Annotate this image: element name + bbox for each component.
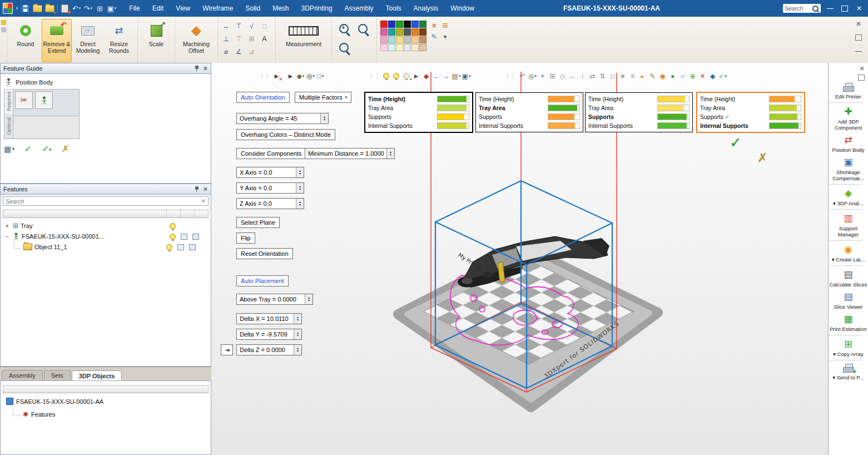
color-swatch[interactable] bbox=[388, 44, 395, 51]
layers-icon[interactable]: ▤▾ bbox=[452, 71, 461, 81]
remove-extend-button[interactable]: Remove & Extend bbox=[42, 19, 72, 62]
fit-view-icon[interactable]: ⊞ bbox=[548, 71, 557, 81]
spinner-arrows[interactable]: ▴▾ bbox=[296, 167, 304, 177]
color-swatch[interactable] bbox=[380, 36, 388, 43]
delta-lock-button[interactable]: ⇥ bbox=[221, 344, 233, 355]
spinner-arrows[interactable]: ▴▾ bbox=[294, 314, 301, 324]
redline-icon[interactable]: ◆ bbox=[421, 71, 431, 81]
orientation-factor-panel-3[interactable]: Time (Height)Tray AreaSupportsInternal S… bbox=[585, 92, 693, 132]
redo-icon[interactable]: ↷▾ bbox=[84, 3, 93, 13]
color-swatch[interactable] bbox=[388, 21, 395, 28]
expander[interactable]: + bbox=[4, 223, 11, 229]
close-icon[interactable]: ✕ bbox=[203, 65, 208, 72]
menu-3dprinting[interactable]: 3DPrinting bbox=[296, 3, 338, 14]
zoom-window-icon[interactable]: ◇ bbox=[558, 71, 567, 81]
sidebar-item-send-to-p[interactable]: ▸▾ Send to P... bbox=[829, 362, 868, 382]
collapse-panel-icon[interactable]: — bbox=[855, 47, 862, 55]
app-logo-icon[interactable] bbox=[3, 3, 13, 14]
float-panel-icon[interactable] bbox=[855, 34, 862, 41]
options-icon[interactable]: ▣▾ bbox=[107, 3, 117, 13]
color-swatch[interactable] bbox=[411, 36, 419, 43]
import-icon[interactable]: ▸ bbox=[45, 3, 54, 13]
features-search-input[interactable]: Search ✕ bbox=[3, 196, 209, 206]
reset-orientation-button[interactable]: Reset Orientation bbox=[236, 248, 293, 259]
color-swatch[interactable] bbox=[404, 36, 411, 43]
assembly-features-row[interactable]: ✱ Features bbox=[13, 409, 55, 419]
close-sidebar-icon[interactable]: ✕ bbox=[860, 65, 865, 72]
cancel-x-icon[interactable]: ✗ bbox=[757, 151, 767, 165]
menu-edit[interactable]: Edit bbox=[147, 3, 169, 14]
open-icon[interactable] bbox=[33, 3, 42, 13]
dim-datum-icon[interactable]: ⊤ bbox=[234, 34, 244, 43]
add-point-icon[interactable]: ⊕ bbox=[688, 71, 697, 81]
color-swatch[interactable] bbox=[411, 44, 419, 51]
marker-yellow-icon[interactable]: ▸ bbox=[638, 71, 647, 81]
minimize-button[interactable]: — bbox=[825, 3, 836, 13]
dim-diameter-icon[interactable]: ⌀ bbox=[221, 47, 231, 56]
tab-sets[interactable]: Sets bbox=[44, 370, 71, 380]
color-swatch[interactable] bbox=[419, 44, 426, 51]
pick-target-icon[interactable]: ◎▾ bbox=[306, 71, 315, 81]
feature-guide-header[interactable]: Feature Guide ✕ bbox=[1, 63, 211, 74]
pin-icon[interactable] bbox=[194, 186, 200, 193]
menu-analysis[interactable]: Analysis bbox=[409, 3, 444, 14]
select-icon[interactable]: ► bbox=[286, 71, 295, 81]
paste-icon[interactable]: ✱ bbox=[61, 3, 70, 13]
line-colors-icon[interactable]: ≡ bbox=[429, 21, 439, 30]
sidebar-item-edit-printer[interactable]: Edit Printer bbox=[829, 81, 868, 101]
color-swatch[interactable] bbox=[380, 21, 388, 28]
pan-horizontal-icon[interactable]: ↔ bbox=[568, 71, 577, 81]
accept-check-icon[interactable]: ✓ bbox=[730, 134, 742, 151]
pan-vertical-icon[interactable]: ↕ bbox=[578, 71, 587, 81]
view-plane-icon[interactable]: ■ bbox=[618, 71, 627, 81]
view-list-icon[interactable]: ≡ bbox=[628, 71, 637, 81]
resize-rounds-button[interactable]: ⇄ Resize Rounds bbox=[104, 19, 134, 62]
multiple-factors-dropdown[interactable]: Multiple Factors▾ bbox=[295, 92, 351, 103]
search-input[interactable]: Search bbox=[783, 4, 821, 13]
menu-wireframe[interactable]: Wireframe bbox=[197, 3, 238, 14]
color-swatch[interactable] bbox=[411, 28, 419, 36]
menu-mesh[interactable]: Mesh bbox=[267, 3, 294, 14]
color-swatch[interactable] bbox=[396, 44, 403, 51]
orientation-factor-panel-2[interactable]: Time (Height)Tray AreaSupportsInternal S… bbox=[475, 92, 583, 132]
close-icon[interactable]: ✕ bbox=[203, 186, 208, 193]
table-icon[interactable]: ⊞ bbox=[96, 3, 105, 13]
rotate-horizontal-icon[interactable]: ⇄ bbox=[588, 71, 597, 81]
flip-button[interactable]: Flip bbox=[236, 233, 255, 244]
sidebar-item-position-body[interactable]: ⇄Position Body bbox=[829, 132, 868, 155]
menu-file[interactable]: File bbox=[124, 3, 145, 14]
assembly-root-row[interactable]: FSAEUK-15-XXX-SU-00001-AA bbox=[6, 398, 103, 405]
measure-blue-icon[interactable]: ◆ bbox=[708, 71, 717, 81]
dim-linear-icon[interactable]: ↔ bbox=[221, 21, 231, 31]
hide-icon[interactable] bbox=[391, 71, 401, 81]
consider-components-button[interactable]: Consider Components bbox=[236, 148, 306, 159]
toolbar-handle[interactable]: ⋮⋮ bbox=[369, 73, 380, 79]
grid-colors-icon[interactable]: ⊞ bbox=[440, 21, 450, 30]
spinner-arrows[interactable]: ▴▾ bbox=[296, 183, 304, 193]
next-view-icon[interactable]: → bbox=[442, 71, 451, 81]
target-orange-icon[interactable]: ◉ bbox=[658, 71, 667, 81]
color-swatch[interactable] bbox=[404, 28, 411, 36]
spinner-arrows[interactable]: ▴▾ bbox=[294, 329, 301, 339]
color-swatch[interactable] bbox=[419, 21, 426, 28]
sidebar-item-3dp-anal[interactable]: ◆▾ 3DP Anal... bbox=[829, 186, 868, 208]
dim-check-icon[interactable]: √ bbox=[247, 21, 256, 31]
zoom-dynamic-button[interactable] bbox=[335, 39, 354, 58]
show-box-icon[interactable] bbox=[177, 244, 184, 250]
select-plane-button[interactable]: Select Plane bbox=[236, 217, 280, 228]
direct-modeling-button[interactable]: Direct Modeling bbox=[73, 19, 103, 62]
dim-angle-icon[interactable]: ∠ bbox=[234, 47, 244, 56]
overhang-colors-button[interactable]: Overhang Colors – Distinct Mode bbox=[236, 129, 335, 140]
show-only-icon[interactable]: + bbox=[401, 71, 411, 81]
save-icon[interactable] bbox=[21, 3, 30, 13]
overhang-angle-spinner[interactable]: Overhang Angle = 45 ▴▾ bbox=[236, 113, 329, 124]
circle-blue-icon[interactable]: ○ bbox=[678, 71, 687, 81]
text-icon[interactable]: A bbox=[260, 34, 269, 43]
round-button[interactable]: Round bbox=[11, 19, 41, 62]
pin-icon[interactable] bbox=[194, 65, 200, 72]
render-mode-icon[interactable]: ▣▾ bbox=[462, 71, 471, 81]
snap-green-icon[interactable]: ● bbox=[668, 71, 677, 81]
logo-dropdown-icon[interactable]: ▾ bbox=[16, 6, 18, 11]
sidebar-item-calculate-slices[interactable]: ▤Calculate Slices bbox=[829, 267, 868, 289]
toolbar-handle[interactable]: ⋮⋮ bbox=[259, 73, 270, 79]
